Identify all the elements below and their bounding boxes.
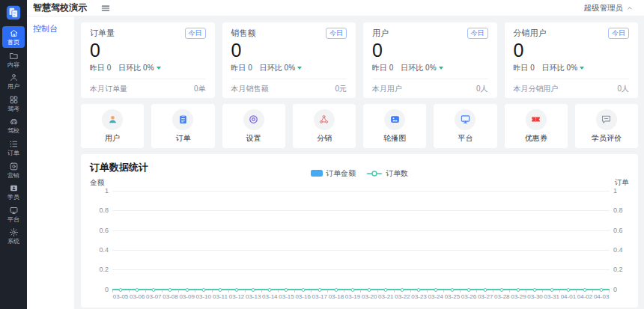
coupon-ticket-icon: [530, 114, 541, 125]
x-label: 03-16: [295, 293, 312, 300]
sidebar-item-4[interactable]: 驾校: [2, 114, 25, 136]
secondary-sidebar: 控制台: [27, 16, 75, 309]
sidebar-item-6[interactable]: 营销: [2, 159, 25, 181]
stat-title: 分销用户: [514, 28, 547, 39]
x-label: 03-09: [179, 293, 195, 300]
shortcut-cards-row: 用户订单设置分销轮播图平台优惠券学员评价: [81, 104, 638, 148]
data-point-marker: [136, 288, 139, 292]
shortcut-label: 用户: [81, 133, 144, 144]
y-tick-left: 0.4: [99, 246, 109, 254]
shortcut-card-7[interactable]: 学员评价: [575, 104, 638, 148]
data-point-marker: [401, 288, 404, 292]
stat-footer-label: 本月订单量: [90, 84, 127, 94]
stat-title: 订单量: [90, 28, 115, 39]
sidebar-item-label: 用户: [7, 83, 19, 91]
app-logo-icon[interactable]: [6, 5, 21, 20]
x-label: 03-31: [544, 293, 560, 300]
shortcut-card-5[interactable]: 平台: [434, 104, 496, 148]
main-content: 订单量今日0昨日 0日环比 0%本月订单量0单销售额今日0昨日 0日环比 0%本…: [75, 16, 644, 309]
data-point-marker: [285, 288, 288, 292]
shortcut-card-6[interactable]: 优惠券: [505, 104, 568, 148]
monitor-icon: [9, 206, 19, 215]
legend-item-order-amount[interactable]: 订单金额: [311, 168, 356, 179]
data-point-marker: [583, 288, 586, 292]
data-point-marker: [185, 288, 189, 292]
subnav-item-console[interactable]: 控制台: [27, 16, 74, 41]
data-point-marker: [467, 288, 470, 292]
data-point-marker: [201, 288, 205, 292]
sidebar-item-9[interactable]: 系统: [2, 225, 25, 247]
chart-plot-area: 110.80.80.60.60.40.40.20.200: [112, 191, 610, 290]
shortcut-card-1[interactable]: 订单: [151, 104, 214, 148]
data-point-marker: [268, 288, 272, 292]
sidebar-item-3[interactable]: 驾考: [2, 93, 25, 114]
legend-item-order-count[interactable]: 订单数: [366, 168, 408, 179]
y-tick-right: 0.6: [613, 227, 623, 234]
x-label: 03-17: [312, 293, 328, 300]
data-point-marker: [252, 288, 255, 292]
sidebar-items: 首页内容用户驾考驾校订单营销学员平台系统: [2, 26, 25, 248]
shortcut-card-0[interactable]: 用户: [81, 104, 144, 148]
y-axis-left-name: 金额: [90, 178, 104, 188]
sidebar-item-1[interactable]: 内容: [2, 49, 25, 70]
sidebar-item-0[interactable]: 首页: [2, 26, 25, 48]
sidebar-item-8[interactable]: 平台: [2, 204, 25, 225]
sidebar-item-2[interactable]: 用户: [2, 70, 25, 92]
data-point-marker: [350, 288, 354, 292]
x-axis-labels: 03-0503-0603-0703-0803-0903-1003-1103-12…: [112, 293, 610, 300]
monitor-icon: [460, 114, 471, 125]
x-label: 03-23: [411, 293, 428, 300]
today-badge: 今日: [185, 28, 206, 39]
x-label: 03-29: [510, 293, 526, 300]
data-point-marker: [434, 288, 437, 292]
x-label: 03-25: [444, 293, 461, 300]
menu-icon[interactable]: [100, 3, 111, 13]
data-point-marker: [417, 288, 421, 292]
x-label: 03-06: [129, 293, 145, 300]
shortcut-card-4[interactable]: 轮播图: [363, 104, 426, 148]
stat-card-2: 用户今日0昨日 0日环比 0%本月用户0人: [363, 22, 497, 98]
shortcut-icon-circle: [526, 109, 547, 130]
x-label: 03-28: [493, 293, 510, 300]
sidebar-item-5[interactable]: 订单: [2, 137, 25, 159]
sidebar-item-7[interactable]: 学员: [2, 181, 25, 203]
stat-title: 用户: [372, 28, 389, 39]
user-menu[interactable]: 超级管理员: [584, 3, 634, 13]
clipboard-icon: [177, 114, 189, 125]
stat-ratio: 日环比 0%: [260, 63, 295, 73]
today-badge: 今日: [467, 28, 488, 39]
x-label: 03-20: [361, 293, 377, 300]
stat-yesterday: 昨日 0: [231, 63, 252, 73]
shortcut-card-3[interactable]: 分销: [293, 104, 356, 148]
gridline: [112, 230, 610, 231]
axis-names: 金额 订单: [90, 178, 629, 188]
trend-caret-down-icon: [439, 67, 443, 70]
student-icon: [9, 183, 19, 193]
sidebar-item-label: 营销: [7, 172, 19, 180]
data-point-marker: [566, 288, 570, 292]
order-statistics-chart-card: 订单数据统计 订单金额 订单数 金额 订单 110.80.80.60.60.40…: [81, 154, 638, 308]
shortcut-card-2[interactable]: 设置: [222, 104, 285, 148]
x-label: 03-11: [212, 293, 228, 300]
legend-line-marker: [366, 170, 383, 177]
y-tick-left: 1: [105, 187, 109, 195]
today-badge: 今日: [608, 28, 629, 39]
legend-bar-swatch: [311, 170, 323, 177]
x-label: 03-15: [278, 293, 294, 300]
data-point-marker: [368, 288, 371, 292]
shortcut-label: 平台: [434, 133, 496, 144]
stat-yesterday: 昨日 0: [514, 63, 535, 73]
data-point-marker: [484, 288, 487, 292]
data-point-marker: [334, 288, 338, 292]
data-point-marker: [168, 288, 172, 292]
data-point-marker: [301, 288, 305, 292]
x-label: 03-05: [112, 293, 129, 300]
y-tick-right: 0.4: [613, 246, 623, 254]
sidebar-item-label: 首页: [7, 39, 19, 46]
stat-footer-value: 0人: [476, 84, 488, 94]
x-label: 03-19: [344, 293, 361, 300]
stat-card-0: 订单量今日0昨日 0日环比 0%本月订单量0单: [81, 22, 215, 98]
carousel-image-icon: [389, 114, 401, 125]
user-name: 超级管理员: [584, 3, 624, 13]
stat-ratio: 日环比 0%: [401, 63, 436, 73]
